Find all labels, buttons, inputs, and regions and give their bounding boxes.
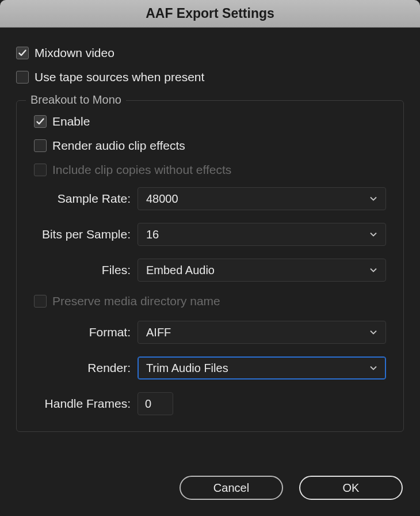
ok-button-label: OK xyxy=(343,481,360,495)
ok-button[interactable]: OK xyxy=(299,476,403,500)
include-copies-checkbox xyxy=(34,164,47,176)
render-row: Render: Trim Audio Files xyxy=(34,356,386,380)
handle-frames-input[interactable]: 0 xyxy=(138,392,173,415)
cancel-button-label: Cancel xyxy=(213,481,249,495)
render-label: Render: xyxy=(34,361,138,375)
bits-per-sample-value: 16 xyxy=(146,228,159,241)
files-row: Files: Embed Audio xyxy=(34,259,386,282)
sample-rate-select[interactable]: 48000 xyxy=(138,187,386,210)
format-label: Format: xyxy=(34,325,138,339)
render-effects-label: Render audio clip effects xyxy=(52,139,185,153)
chevron-down-icon xyxy=(369,328,377,336)
sample-rate-row: Sample Rate: 48000 xyxy=(34,187,386,210)
enable-label: Enable xyxy=(52,115,90,128)
bits-per-sample-row: Bits per Sample: 16 xyxy=(34,223,386,246)
breakout-legend: Breakout to Mono xyxy=(26,93,126,107)
format-row: Format: AIFF xyxy=(34,321,386,344)
dialog-content: Mixdown video Use tape sources when pres… xyxy=(0,28,420,476)
use-tape-sources-checkbox[interactable] xyxy=(16,71,29,84)
files-value: Embed Audio xyxy=(146,264,215,277)
cancel-button[interactable]: Cancel xyxy=(180,476,283,500)
titlebar: AAF Export Settings xyxy=(0,0,420,28)
use-tape-sources-label: Use tape sources when present xyxy=(35,70,204,84)
checkmark-icon xyxy=(36,117,45,126)
render-effects-row: Render audio clip effects xyxy=(34,139,386,153)
chevron-down-icon xyxy=(369,230,377,238)
use-tape-sources-row: Use tape sources when present xyxy=(16,70,404,84)
dialog-footer: Cancel OK xyxy=(0,476,420,516)
aaf-export-settings-dialog: AAF Export Settings Mixdown video Use ta… xyxy=(0,0,420,516)
enable-row: Enable xyxy=(34,115,386,128)
preserve-media-checkbox xyxy=(34,295,47,308)
sample-rate-value: 48000 xyxy=(146,192,178,206)
bits-per-sample-select[interactable]: 16 xyxy=(138,223,386,246)
preserve-media-row: Preserve media directory name xyxy=(34,294,386,308)
sample-rate-label: Sample Rate: xyxy=(34,192,138,206)
format-select[interactable]: AIFF xyxy=(138,321,386,344)
include-copies-label: Include clip copies without effects xyxy=(52,163,231,177)
preserve-media-label: Preserve media directory name xyxy=(52,294,220,308)
mixdown-video-checkbox[interactable] xyxy=(16,47,29,59)
render-select[interactable]: Trim Audio Files xyxy=(138,356,386,380)
mixdown-video-row: Mixdown video xyxy=(16,46,404,60)
dialog-title: AAF Export Settings xyxy=(146,6,274,21)
chevron-down-icon xyxy=(369,364,377,372)
handle-frames-value: 0 xyxy=(145,397,151,411)
breakout-to-mono-group: Breakout to Mono Enable Render audio cli… xyxy=(16,100,404,432)
render-value: Trim Audio Files xyxy=(146,362,228,375)
mixdown-video-label: Mixdown video xyxy=(35,46,114,60)
files-label: Files: xyxy=(34,263,138,277)
chevron-down-icon xyxy=(369,266,377,274)
handle-frames-label: Handle Frames: xyxy=(34,397,138,411)
checkmark-icon xyxy=(18,48,27,58)
handle-frames-row: Handle Frames: 0 xyxy=(34,392,386,415)
enable-checkbox[interactable] xyxy=(34,115,47,128)
render-effects-checkbox[interactable] xyxy=(34,139,47,152)
include-copies-row: Include clip copies without effects xyxy=(34,163,386,177)
format-value: AIFF xyxy=(146,326,171,339)
chevron-down-icon xyxy=(369,195,377,203)
bits-per-sample-label: Bits per Sample: xyxy=(34,227,138,241)
files-select[interactable]: Embed Audio xyxy=(138,259,386,282)
